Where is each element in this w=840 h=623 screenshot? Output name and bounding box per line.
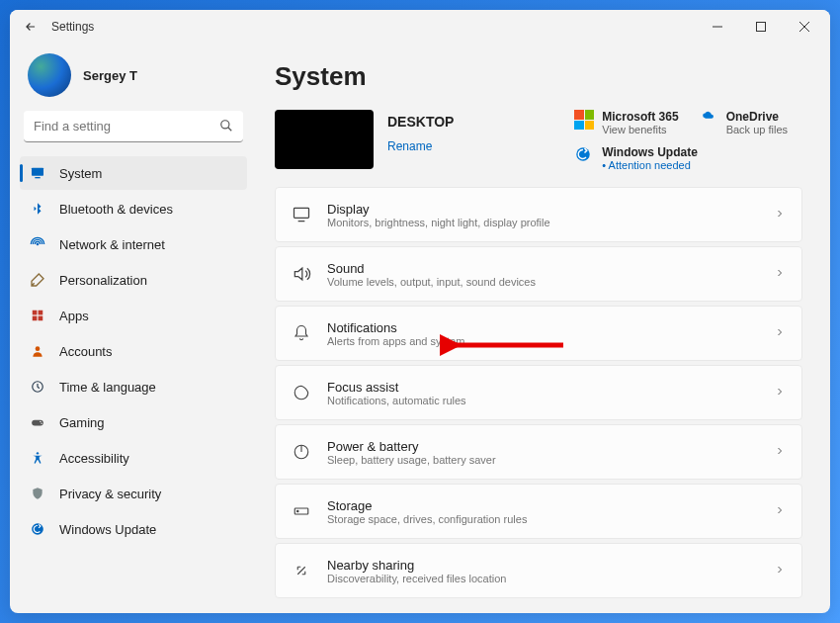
- notifications-icon: [292, 323, 311, 343]
- windows-update-icon: [574, 145, 594, 165]
- sidebar-item-label: Windows Update: [59, 522, 156, 537]
- time-icon: [30, 379, 45, 395]
- accounts-icon: [30, 343, 45, 359]
- display-icon: [292, 205, 311, 224]
- setting-row-focus[interactable]: Focus assistNotifications, automatic rul…: [275, 365, 802, 420]
- accessibility-icon: [30, 450, 45, 466]
- chevron-right-icon: [774, 265, 786, 283]
- sidebar-item-label: Accessibility: [59, 451, 129, 466]
- system-icon: [30, 165, 45, 181]
- setting-row-nearby[interactable]: Nearby sharingDiscoverability, received …: [275, 543, 802, 598]
- sidebar-item-accounts[interactable]: Accounts: [20, 334, 247, 368]
- sidebar-item-bluetooth[interactable]: Bluetooth & devices: [20, 192, 247, 225]
- settings-window: Settings Sergey T SystemBluetooth & devi…: [10, 10, 830, 613]
- promo-windows-update[interactable]: Windows UpdateAttention needed: [574, 145, 802, 171]
- chevron-right-icon: [774, 502, 786, 520]
- storage-icon: [292, 501, 311, 521]
- svg-point-16: [40, 421, 41, 422]
- microsoft365-icon: [574, 110, 594, 130]
- user-name: Sergey T: [83, 68, 137, 83]
- sidebar-item-label: Apps: [59, 309, 89, 323]
- device-name: DESKTOP: [387, 114, 454, 130]
- minimize-button[interactable]: [696, 12, 739, 42]
- setting-row-storage[interactable]: StorageStorage space, drives, configurat…: [275, 484, 802, 539]
- svg-rect-7: [35, 177, 40, 178]
- search-wrap: [24, 111, 243, 142]
- gaming-icon: [30, 414, 45, 430]
- nearby-icon: [292, 561, 311, 580]
- chevron-right-icon: [774, 443, 786, 461]
- maximize-button[interactable]: [739, 12, 783, 42]
- window-title: Settings: [51, 20, 94, 34]
- titlebar: Settings: [10, 10, 830, 44]
- chevron-right-icon: [774, 324, 786, 342]
- focus-icon: [292, 383, 311, 402]
- sidebar-item-label: Bluetooth & devices: [59, 202, 173, 217]
- setting-row-notifications[interactable]: NotificationsAlerts from apps and system: [275, 306, 802, 361]
- setting-row-power[interactable]: Power & batterySleep, battery usage, bat…: [275, 424, 802, 480]
- chevron-right-icon: [774, 206, 786, 223]
- row-title: Notifications: [327, 320, 758, 335]
- sidebar-item-label: Accounts: [59, 344, 112, 359]
- device-hero: DESKTOP Rename Microsoft 365View benefit…: [275, 110, 802, 171]
- privacy-icon: [30, 486, 45, 501]
- promo-onedrive[interactable]: OneDriveBack up files: [699, 110, 802, 135]
- sidebar-item-label: System: [59, 166, 102, 181]
- sidebar-item-network[interactable]: Network & internet: [20, 227, 247, 261]
- nav-list: SystemBluetooth & devicesNetwork & inter…: [20, 156, 247, 546]
- sidebar-item-label: Privacy & security: [59, 487, 161, 501]
- sidebar-item-update[interactable]: Windows Update: [20, 512, 247, 546]
- sidebar-item-label: Time & language: [59, 380, 156, 395]
- back-button[interactable]: [14, 10, 47, 44]
- svg-point-8: [37, 243, 38, 244]
- svg-point-13: [36, 346, 41, 351]
- svg-point-17: [41, 422, 42, 423]
- main-content: System DESKTOP Rename Microsoft 365View …: [257, 44, 830, 613]
- setting-row-sound[interactable]: SoundVolume levels, output, input, sound…: [275, 246, 802, 302]
- svg-rect-6: [32, 168, 43, 176]
- row-subtitle: Notifications, automatic rules: [327, 395, 758, 406]
- sidebar: Sergey T SystemBluetooth & devicesNetwor…: [10, 44, 257, 613]
- chevron-right-icon: [774, 384, 786, 401]
- sidebar-item-gaming[interactable]: Gaming: [20, 405, 247, 439]
- chevron-right-icon: [774, 562, 786, 579]
- svg-rect-1: [757, 23, 766, 32]
- row-subtitle: Storage space, drives, configuration rul…: [327, 513, 758, 525]
- row-title: Storage: [327, 498, 758, 513]
- personalization-icon: [30, 272, 45, 288]
- device-thumbnail: [275, 110, 374, 169]
- sidebar-item-time[interactable]: Time & language: [20, 370, 247, 403]
- rename-link[interactable]: Rename: [387, 139, 454, 153]
- close-button[interactable]: [783, 12, 826, 42]
- row-subtitle: Volume levels, output, input, sound devi…: [327, 276, 758, 288]
- svg-rect-11: [33, 316, 38, 321]
- sidebar-item-accessibility[interactable]: Accessibility: [20, 441, 247, 475]
- user-account-row[interactable]: Sergey T: [20, 44, 247, 111]
- svg-point-18: [37, 452, 39, 454]
- row-title: Display: [327, 202, 758, 217]
- settings-list: DisplayMonitors, brightness, night light…: [275, 187, 802, 598]
- setting-row-display[interactable]: DisplayMonitors, brightness, night light…: [275, 187, 802, 242]
- promo-microsoft365[interactable]: Microsoft 365View benefits: [574, 110, 678, 135]
- sidebar-item-apps[interactable]: Apps: [20, 299, 247, 332]
- window-controls: [696, 12, 826, 42]
- search-input[interactable]: [24, 111, 243, 142]
- sidebar-item-label: Personalization: [59, 273, 147, 288]
- sound-icon: [292, 264, 311, 284]
- sidebar-item-label: Gaming: [59, 415, 105, 430]
- svg-point-26: [297, 510, 299, 512]
- power-icon: [292, 442, 311, 462]
- row-subtitle: Monitors, brightness, night light, displ…: [327, 217, 758, 228]
- page-title: System: [275, 61, 802, 92]
- device-info: DESKTOP Rename: [387, 110, 454, 153]
- search-icon: [219, 119, 233, 136]
- sidebar-item-personalization[interactable]: Personalization: [20, 263, 247, 297]
- sidebar-item-system[interactable]: System: [20, 156, 247, 190]
- row-title: Focus assist: [327, 380, 758, 395]
- avatar: [28, 53, 71, 97]
- row-subtitle: Discoverability, received files location: [327, 573, 758, 584]
- row-title: Sound: [327, 261, 758, 276]
- update-icon: [30, 521, 45, 537]
- sidebar-item-privacy[interactable]: Privacy & security: [20, 477, 247, 510]
- hero-promos: Microsoft 365View benefits OneDriveBack …: [574, 110, 802, 171]
